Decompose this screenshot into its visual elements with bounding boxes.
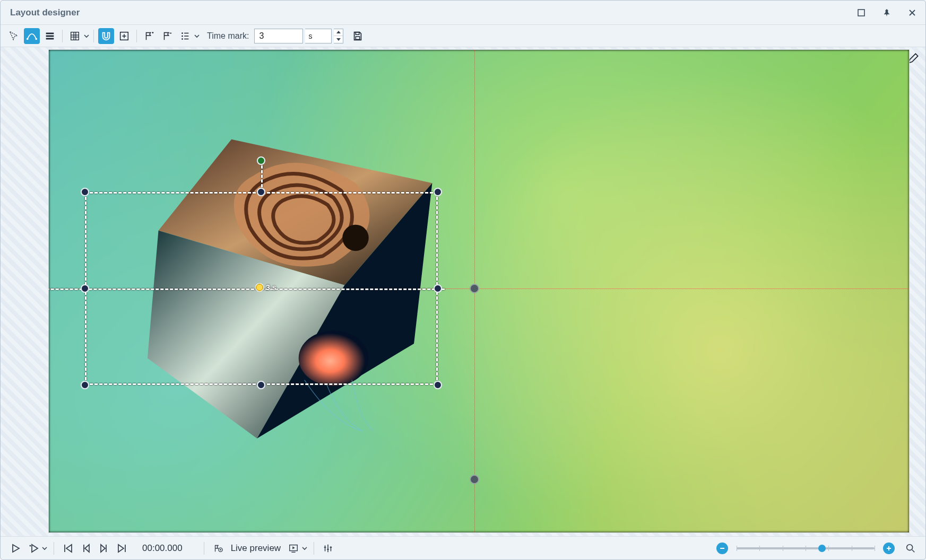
- equalizer-button[interactable]: [321, 541, 335, 556]
- save-button[interactable]: [350, 28, 366, 44]
- titlebar: Layout designer: [1, 1, 925, 25]
- bounds-tool-button[interactable]: [116, 28, 132, 44]
- prev-frame-button[interactable]: [79, 541, 93, 556]
- step-forward-icon: [99, 543, 109, 554]
- skip-start-icon: [63, 543, 73, 554]
- play-step-button[interactable]: [26, 541, 41, 556]
- list-icon: [179, 30, 191, 42]
- bottom-toolbar: 00:00.000 Live preview: [1, 536, 925, 559]
- svg-point-17: [30, 545, 31, 546]
- close-button[interactable]: [906, 7, 918, 19]
- flag-minus-icon: [161, 30, 173, 42]
- zoom-in-button[interactable]: [883, 542, 895, 554]
- maximize-icon: [857, 8, 866, 17]
- snap-tool-button[interactable]: [98, 28, 114, 44]
- toolbar-separator: [204, 542, 204, 555]
- spinner-up[interactable]: [334, 29, 343, 37]
- zoom-slider[interactable]: [737, 547, 875, 549]
- sel-handle-bl[interactable]: [81, 381, 89, 389]
- time-mark-unit-select[interactable]: s: [305, 29, 332, 43]
- zoom-slider-thumb[interactable]: [818, 545, 826, 552]
- time-mark-unit: s: [308, 32, 312, 40]
- chevron-down-icon: [194, 33, 200, 39]
- list-tool-dropdown[interactable]: [177, 28, 200, 44]
- zoom-fit-button[interactable]: [903, 541, 918, 556]
- save-icon: [352, 30, 364, 42]
- svg-rect-11: [356, 36, 360, 39]
- svg-rect-3: [46, 32, 54, 34]
- time-mark-spinner[interactable]: [334, 29, 343, 43]
- plus-icon: [886, 545, 892, 552]
- sel-handle-mr[interactable]: [434, 284, 442, 293]
- preview-canvas[interactable]: 3 s: [48, 49, 910, 533]
- step-back-icon: [81, 543, 91, 554]
- svg-point-21: [907, 544, 913, 550]
- align-tool-button[interactable]: [42, 28, 58, 44]
- go-start-button[interactable]: [60, 541, 75, 556]
- maximize-button[interactable]: [855, 7, 867, 19]
- time-mark-label: Time mark:: [207, 31, 249, 41]
- toolbar-separator: [93, 30, 94, 42]
- chevron-down-icon: [336, 38, 341, 41]
- keyframe-remove-button[interactable]: [159, 28, 175, 44]
- live-preview-mode-dropdown[interactable]: [286, 541, 307, 556]
- bounds-icon: [118, 30, 130, 42]
- time-mark-badge[interactable]: 3 s: [255, 283, 276, 292]
- timecode-display: 00:00.000: [142, 543, 183, 554]
- toolbar-separator: [62, 30, 63, 42]
- svg-rect-4: [46, 35, 54, 37]
- grid-tool-button[interactable]: [67, 28, 83, 44]
- svg-point-19: [220, 549, 221, 550]
- layout-designer-window: Layout designer: [0, 0, 926, 560]
- go-end-button[interactable]: [115, 541, 129, 556]
- bezier-icon: [26, 30, 38, 42]
- flag-plus-icon: [143, 30, 155, 42]
- sel-handle-bc[interactable]: [257, 381, 265, 389]
- top-toolbar: Time mark: 3 s: [1, 25, 925, 47]
- play-button[interactable]: [8, 541, 23, 556]
- play-step-dropdown[interactable]: [26, 541, 47, 556]
- list-tool-button[interactable]: [177, 28, 193, 44]
- time-mark-badge-label: 3 s: [266, 283, 276, 292]
- sel-handle-br[interactable]: [434, 381, 442, 389]
- sel-handle-tr[interactable]: [434, 188, 442, 196]
- grid-tool-dropdown[interactable]: [67, 28, 89, 44]
- sel-handle-tc[interactable]: [257, 188, 265, 196]
- keyframe-add-button[interactable]: [141, 28, 157, 44]
- time-mark-dot-icon: [255, 283, 264, 292]
- equalizer-icon: [323, 543, 333, 554]
- spinner-down[interactable]: [334, 36, 343, 43]
- live-preview-toggle[interactable]: [211, 541, 226, 556]
- time-mark-input[interactable]: 3: [254, 29, 303, 43]
- chevron-down-icon: [84, 33, 89, 39]
- window-controls: [855, 7, 918, 19]
- play-step-icon: [28, 543, 39, 554]
- magnifier-icon: [905, 543, 916, 554]
- path-edit-tool-button[interactable]: [24, 28, 40, 44]
- live-preview-mode-button[interactable]: [286, 541, 301, 556]
- next-frame-button[interactable]: [97, 541, 111, 556]
- svg-point-1: [27, 38, 29, 40]
- svg-rect-10: [356, 32, 359, 34]
- play-icon: [10, 543, 21, 554]
- chevron-down-icon: [42, 546, 47, 551]
- toolbar-separator: [54, 542, 54, 555]
- sel-handle-ml[interactable]: [81, 284, 89, 293]
- svg-rect-5: [46, 38, 54, 39]
- window-title: Layout designer: [10, 7, 80, 18]
- zoom-out-button[interactable]: [716, 542, 728, 554]
- sel-handle-tl[interactable]: [81, 188, 89, 196]
- chevron-down-icon: [302, 546, 307, 551]
- chevron-up-icon: [336, 31, 341, 33]
- minus-icon: [719, 545, 725, 552]
- pin-icon: [882, 8, 891, 17]
- rotation-handle[interactable]: [257, 156, 265, 165]
- svg-point-8: [181, 35, 183, 37]
- toolbar-separator: [136, 30, 137, 42]
- skip-end-icon: [117, 543, 127, 554]
- cursor-tool-button[interactable]: [6, 28, 22, 44]
- toolbar-separator: [314, 542, 314, 555]
- pin-button[interactable]: [881, 7, 893, 19]
- cursor-select-icon: [8, 30, 20, 42]
- grid-icon: [69, 30, 81, 42]
